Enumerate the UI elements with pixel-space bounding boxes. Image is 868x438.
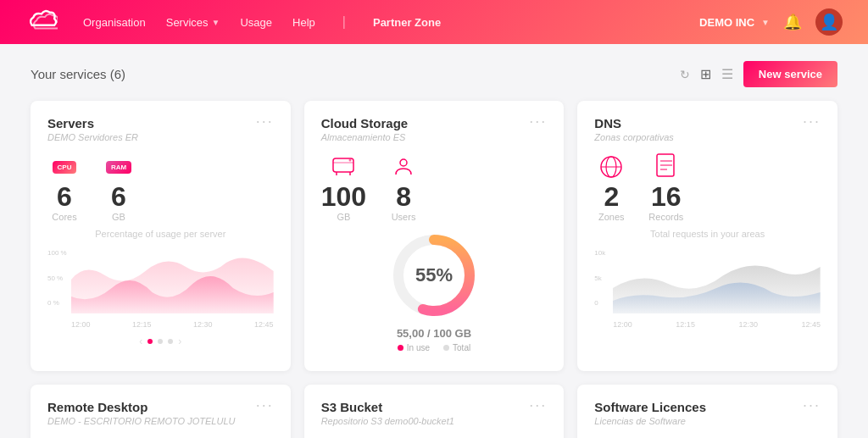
logo[interactable]	[25, 8, 58, 36]
card-dns-metrics: 2 Zones 16 Records	[594, 154, 821, 222]
servers-chart	[71, 246, 274, 313]
nav-services[interactable]: Services ▼	[166, 16, 220, 29]
next-arrow-icon[interactable]: ›	[178, 335, 181, 347]
refresh-icon[interactable]: ↻	[680, 68, 690, 81]
servers-chart-x-labels: 12:00 12:15 12:30 12:45	[71, 320, 274, 329]
card-cloud-storage-header: Cloud Storage ···	[321, 116, 548, 130]
grid-view-icon[interactable]: ⊞	[700, 66, 711, 82]
dns-x-1230: 12:30	[738, 320, 758, 329]
card-software-licences-title: Software Licences	[594, 400, 706, 414]
dns-chart	[613, 246, 821, 313]
metric-records: 16 Records	[648, 154, 683, 222]
prev-arrow-icon[interactable]: ‹	[139, 335, 142, 347]
nav-organisation[interactable]: Organisation	[83, 16, 146, 29]
card-servers-nav: ‹ ›	[47, 335, 274, 347]
list-view-icon[interactable]: ☰	[721, 66, 733, 82]
services-toolbar: Your services (6) ↻ ⊞ ☰ New service	[31, 61, 837, 87]
card-remote-desktop-title: Remote Desktop	[47, 400, 147, 414]
card-remote-desktop-more-icon[interactable]: ···	[256, 400, 274, 411]
card-dns-header: DNS ···	[594, 116, 821, 130]
nav-divider: |	[342, 14, 346, 30]
card-software-licences: Software Licences ··· Licencias de Softw…	[577, 385, 837, 438]
records-value: 16	[651, 183, 682, 210]
card-s3-bucket-more-icon[interactable]: ···	[529, 400, 547, 411]
x-label-1230: 12:30	[193, 320, 213, 329]
y-label-0: 0 %	[47, 299, 67, 307]
toolbar-actions: ↻ ⊞ ☰ New service	[680, 61, 837, 87]
svg-rect-1	[333, 162, 353, 164]
new-service-button[interactable]: New service	[743, 61, 837, 87]
metric-cores: CPU 6 Cores	[47, 154, 81, 222]
main-nav: Organisation Services ▼ Usage Help | Par…	[83, 14, 699, 30]
records-label: Records	[648, 212, 683, 222]
metric-gb: RAM 6 GB	[102, 154, 136, 222]
services-count-title: Your services (6)	[31, 67, 125, 81]
gb-label: GB	[112, 212, 125, 222]
card-dns: DNS ··· Zonas corporativas 2 Zones	[577, 101, 837, 371]
notifications-bell-icon[interactable]: 🔔	[783, 13, 802, 31]
card-dns-title: DNS	[594, 116, 621, 130]
y-label-50: 50 %	[47, 274, 67, 282]
nav-help[interactable]: Help	[292, 16, 315, 29]
card-software-licences-subtitle: Licencias de Software	[594, 416, 821, 426]
user-avatar[interactable]: 👤	[815, 8, 843, 36]
donut-container: 55% 55,00 / 100 GB In use Total	[321, 229, 548, 352]
donut-chart: 55%	[387, 229, 481, 322]
card-s3-bucket: S3 Bucket ··· Repositorio S3 demo00-buck…	[304, 385, 565, 438]
users-icon	[387, 154, 420, 180]
card-servers-subtitle: DEMO Servidores ER	[47, 132, 274, 142]
card-cloud-storage-subtitle: Almacenamiento ES	[321, 132, 548, 142]
card-cloud-storage: Cloud Storage ··· Almacenamiento ES 100	[304, 101, 565, 371]
card-software-licences-more-icon[interactable]: ···	[803, 400, 821, 411]
ram-icon: RAM	[102, 154, 136, 180]
card-remote-desktop-subtitle: DEMO - ESCRITORIO REMOTO JOTELULU	[47, 416, 274, 426]
header-right: DEMO INC ▼ 🔔 👤	[699, 8, 843, 36]
metric-storage-gb: 100 GB	[321, 154, 366, 222]
cpu-icon: CPU	[47, 154, 81, 180]
storage-legend: In use Total	[398, 343, 470, 352]
records-doc-icon	[649, 154, 683, 180]
x-label-1215: 12:15	[132, 320, 152, 329]
card-s3-bucket-title: S3 Bucket	[321, 400, 383, 414]
dns-y-label-5k: 5k	[594, 274, 605, 282]
nav-dot-1[interactable]	[147, 339, 153, 344]
x-label-1200: 12:00	[71, 320, 91, 329]
y-label-100: 100 %	[47, 249, 67, 257]
cores-value: 6	[57, 183, 72, 210]
users-label: Users	[392, 212, 416, 222]
company-chevron-icon: ▼	[761, 18, 770, 27]
main-content: Your services (6) ↻ ⊞ ☰ New service Serv…	[0, 44, 868, 438]
nav-usage[interactable]: Usage	[240, 16, 272, 29]
storage-icon	[326, 154, 360, 180]
dns-x-1245: 12:45	[801, 320, 821, 329]
x-label-1245: 12:45	[254, 320, 274, 329]
nav-dot-2[interactable]	[158, 339, 163, 344]
nav-dot-3[interactable]	[168, 339, 173, 344]
inuse-legend-dot	[398, 345, 403, 351]
globe-dns-icon	[594, 154, 628, 180]
svg-point-2	[349, 159, 352, 162]
card-remote-desktop-header: Remote Desktop ···	[47, 400, 274, 414]
card-dns-subtitle: Zonas corporativas	[594, 132, 821, 142]
card-servers-metrics: CPU 6 Cores RAM 6 GB	[47, 154, 274, 222]
card-servers-more-icon[interactable]: ···	[256, 116, 274, 127]
svg-point-3	[400, 159, 407, 166]
gb-value: 6	[111, 183, 126, 210]
users-value: 8	[396, 183, 411, 210]
card-cloud-storage-more-icon[interactable]: ···	[529, 116, 547, 127]
card-remote-desktop: Remote Desktop ··· DEMO - ESCRITORIO REM…	[31, 385, 291, 438]
dns-x-1200: 12:00	[613, 320, 632, 329]
total-legend-dot	[443, 345, 449, 351]
zones-value: 2	[604, 183, 619, 210]
card-cloud-storage-title: Cloud Storage	[321, 116, 409, 130]
nav-partner-zone[interactable]: Partner Zone	[373, 16, 441, 29]
dns-desc: Total requests in your areas	[594, 229, 821, 239]
company-selector[interactable]: DEMO INC ▼	[699, 16, 770, 29]
servers-desc: Percentage of usage per server	[47, 229, 274, 239]
dns-x-1215: 12:15	[676, 320, 695, 329]
card-dns-more-icon[interactable]: ···	[803, 116, 821, 127]
storage-usage-text: 55,00 / 100 GB	[397, 327, 471, 340]
metric-users: 8 Users	[387, 154, 420, 222]
dns-chart-x-labels: 12:00 12:15 12:30 12:45	[613, 320, 821, 329]
zones-label: Zones	[598, 212, 625, 222]
